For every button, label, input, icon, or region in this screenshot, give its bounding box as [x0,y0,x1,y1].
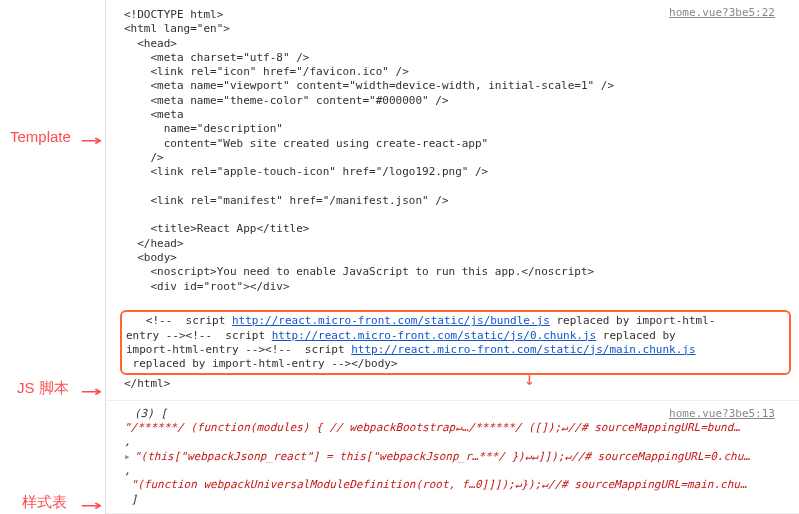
code-line: <noscript>You need to enable JavaScript … [124,265,787,279]
template-block: home.vue?3be5:22 <!DOCTYPE html> <html l… [106,0,799,401]
code-line [124,180,787,194]
code-line: <body> [124,251,787,265]
highlighted-scripts: <!-- script http://react.micro-front.com… [120,310,791,375]
url-link[interactable]: http://react.micro-front.com/static/js/0… [272,329,597,342]
code-line: name="description" [124,122,787,136]
arrow-icon: → [80,378,102,402]
code-line: <meta name="theme-color" content="#00000… [124,94,787,108]
expand-icon[interactable] [124,407,134,421]
template-label: Template [10,128,71,145]
code-line: <link rel="apple-touch-icon" href="/logo… [124,165,787,179]
console-output: ↓ home.vue?3be5:22 <!DOCTYPE html> <html… [105,0,799,514]
js-string: "(function webpackUniversalModuleDefinit… [124,478,787,492]
css-label: 样式表 [22,493,67,512]
comma: , [124,435,787,449]
array-end: ] [124,493,787,507]
code-line: content="Web site created using create-r… [124,137,787,151]
code-line: <link rel="icon" href="/favicon.ico" /> [124,65,787,79]
js-string[interactable]: ▸"(this["webpackJsonp_react"] = this["we… [124,450,787,464]
url-link[interactable]: http://react.micro-front.com/static/js/m… [351,343,695,356]
code-line: </head> [124,237,787,251]
code-line [124,294,787,308]
js-string: "/******/ (function(modules) { // webpac… [124,421,787,435]
source-link[interactable]: home.vue?3be5:13 [669,407,775,420]
code-line: <meta name="viewport" content="width=dev… [124,79,787,93]
js-label: JS 脚本 [17,379,69,398]
arrow-icon: → [80,127,102,151]
code-line: <div id="root"></div> [124,280,787,294]
code-line: import-html-entry --><!-- script http://… [126,343,785,357]
code-line: <link rel="manifest" href="/manifest.jso… [124,194,787,208]
url-link[interactable]: http://react.micro-front.com/static/js/b… [232,314,550,327]
code-line [124,208,787,222]
code-line: <meta [124,108,787,122]
source-link[interactable]: home.vue?3be5:22 [669,6,775,19]
code-line: <head> [124,37,787,51]
code-line: <title>React App</title> [124,222,787,236]
code-line: <html lang="en"> [124,22,787,36]
js-block: home.vue?3be5:13 (3) [ "/******/ (functi… [106,401,799,514]
code-line: replaced by import-html-entry --></body> [126,357,785,371]
code-line: /> [124,151,787,165]
code-line: </html> [124,377,787,391]
expand-icon[interactable]: ▸ [124,450,134,464]
code-line: <meta charset="utf-8" /> [124,51,787,65]
comma: , [124,464,787,478]
code-line: entry --><!-- script http://react.micro-… [126,329,785,343]
code-line: <!-- script http://react.micro-front.com… [126,314,785,328]
arrow-icon: → [80,492,102,514]
